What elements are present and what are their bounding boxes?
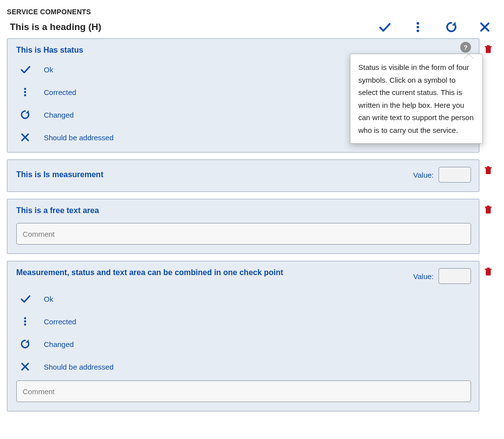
delete-card-button[interactable] bbox=[482, 43, 494, 55]
refresh-icon bbox=[19, 109, 31, 121]
status-list: Ok Corrected Changed Should be addressed bbox=[16, 293, 471, 373]
header-row: This is a heading (H) bbox=[7, 21, 500, 33]
status-label: Changed bbox=[44, 340, 74, 348]
close-icon bbox=[19, 131, 31, 143]
header-status-corrected[interactable] bbox=[411, 21, 424, 33]
check-icon bbox=[19, 63, 31, 75]
status-label: Corrected bbox=[44, 317, 76, 326]
help-badge[interactable]: ? bbox=[460, 42, 471, 53]
section-label: SERVICE COMPONENTS bbox=[7, 8, 500, 16]
card-title: Measurement, status and text area can be… bbox=[16, 268, 283, 277]
status-label: Changed bbox=[44, 111, 74, 119]
status-option-addressed[interactable]: Should be addressed bbox=[19, 361, 471, 373]
header-status-changed[interactable] bbox=[445, 21, 458, 33]
status-option-corrected[interactable]: Corrected bbox=[19, 315, 471, 327]
header-status-actions bbox=[378, 21, 496, 33]
delete-card-button[interactable] bbox=[482, 164, 494, 176]
refresh-icon bbox=[19, 338, 31, 350]
close-icon bbox=[19, 361, 31, 373]
comment-input[interactable] bbox=[16, 380, 471, 402]
status-option-ok[interactable]: Ok bbox=[19, 293, 471, 305]
status-option-changed[interactable]: Changed bbox=[19, 338, 471, 350]
delete-card-button[interactable] bbox=[482, 266, 494, 278]
header-status-ok[interactable] bbox=[378, 21, 391, 33]
comment-input[interactable] bbox=[16, 223, 471, 245]
card-title: This is a free text area bbox=[16, 206, 471, 215]
checkpoint-card-status: This is Has status ? Status is visible i… bbox=[7, 38, 479, 153]
checkpoint-card-measurement: This is Is measurement Value: bbox=[7, 159, 479, 192]
value-input[interactable] bbox=[439, 268, 471, 284]
value-input[interactable] bbox=[439, 167, 471, 183]
help-tooltip: Status is visible in the form of four sy… bbox=[350, 54, 483, 144]
value-field-row: Value: bbox=[413, 167, 471, 183]
status-label: Ok bbox=[44, 295, 53, 303]
card-title: This is Is measurement bbox=[16, 170, 103, 179]
header-status-addressed[interactable] bbox=[478, 21, 491, 33]
value-label: Value: bbox=[413, 171, 434, 179]
status-label: Should be addressed bbox=[44, 363, 114, 371]
checkpoint-card-combined: Measurement, status and text area can be… bbox=[7, 261, 479, 411]
value-label: Value: bbox=[413, 272, 434, 281]
dots-vertical-icon bbox=[19, 86, 31, 98]
check-icon bbox=[19, 293, 31, 305]
dots-vertical-icon bbox=[19, 315, 31, 327]
status-label: Should be addressed bbox=[44, 133, 114, 142]
checkpoint-card-textarea: This is a free text area bbox=[7, 199, 479, 254]
delete-card-button[interactable] bbox=[482, 204, 494, 216]
status-label: Corrected bbox=[44, 88, 76, 96]
page-heading: This is a heading (H) bbox=[10, 22, 101, 32]
status-label: Ok bbox=[44, 65, 53, 74]
value-field-row: Value: bbox=[413, 268, 471, 284]
